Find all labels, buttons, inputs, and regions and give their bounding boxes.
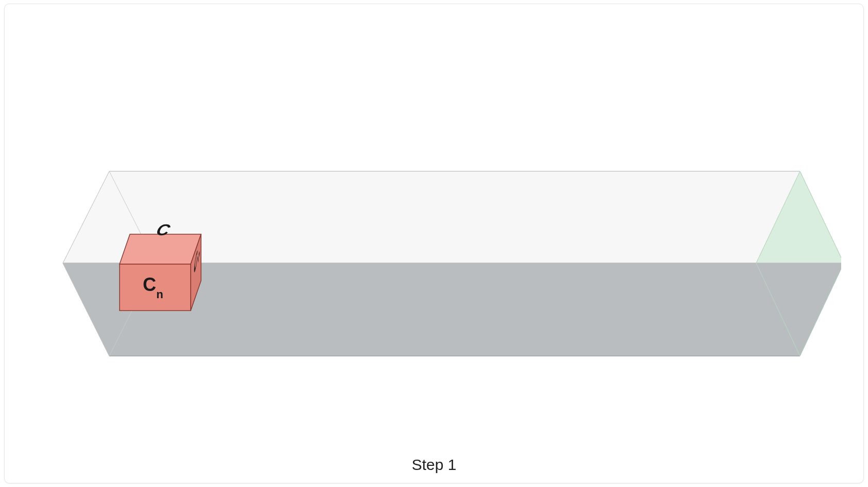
cube-top-face (120, 234, 201, 264)
cube: C C n C n (120, 221, 201, 311)
cube-front-label-sub: n (156, 288, 163, 301)
cube-front-label-main: C (143, 274, 156, 295)
diagram-canvas: C C n C n (5, 4, 863, 483)
step-caption: Step 1 (5, 456, 863, 474)
diagram-card: C C n C n Step 1 (4, 4, 864, 483)
corridor-svg: C C n C n (27, 58, 841, 429)
